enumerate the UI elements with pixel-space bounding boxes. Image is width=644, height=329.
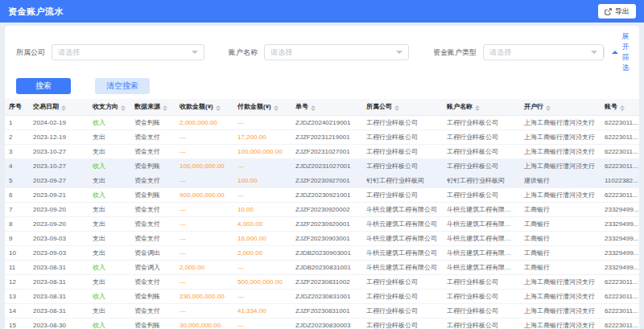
- cell-payment: 17,200.00: [233, 130, 291, 144]
- cell-index: 11: [5, 260, 29, 274]
- cell-bank: 上海工商银行漕河泾支行: [520, 303, 601, 318]
- company-select[interactable]: 请选择: [52, 44, 204, 60]
- cell-direction: 支出: [89, 216, 130, 231]
- cell-income: ---: [175, 274, 233, 289]
- column-label: 单号: [295, 103, 308, 110]
- cell-account_no: 23329499...: [601, 260, 639, 274]
- table-row: 82023-09-20支出资金支付---4,000.00ZJZF20230920…: [5, 216, 639, 231]
- top-bar: 资金账户流水 导出: [0, 0, 644, 23]
- cell-payment: 41,334.00: [233, 303, 291, 318]
- cell-account_name: 工程行业样板公司: [443, 318, 520, 329]
- column-header-bank[interactable]: 开户行: [520, 99, 601, 115]
- cell-bank: 上海工商银行漕河泾支行: [520, 318, 601, 329]
- expand-filters-link[interactable]: 展开筛选: [612, 31, 630, 73]
- sort-icon[interactable]: [546, 105, 551, 111]
- cell-order_no: ZJZF20231219001: [291, 130, 362, 144]
- sort-icon[interactable]: [274, 105, 279, 111]
- column-header-date[interactable]: 交易日期: [29, 99, 89, 115]
- sort-icon[interactable]: [311, 105, 316, 111]
- cell-payment: ---: [233, 260, 291, 274]
- table-wrap: 序号交易日期收支方向数据来源收款金额(¥)付款金额(¥)单号所属公司账户名称开户…: [5, 99, 639, 329]
- cell-payment: 100,000,000.00: [233, 144, 291, 158]
- sort-icon[interactable]: [163, 105, 167, 111]
- cell-bank: 工商银行: [520, 245, 601, 260]
- column-label: 所属公司: [366, 103, 392, 110]
- cell-source: 资金支付: [130, 202, 175, 216]
- sort-icon[interactable]: [394, 105, 399, 111]
- cell-index: 8: [5, 216, 29, 231]
- cell-date: 2023-09-27: [29, 173, 89, 187]
- cell-company: 斗栱云建筑工程有限公司: [362, 216, 443, 231]
- cell-account_name: 工程行业样板公司: [443, 130, 520, 144]
- account-type-select-placeholder: 请选择: [489, 47, 511, 58]
- sort-icon[interactable]: [475, 105, 480, 111]
- cell-account_no: 62223011...: [601, 289, 639, 303]
- cell-order_no: ZJZF20230927001: [291, 173, 362, 187]
- column-header-account_no[interactable]: 账号: [601, 99, 639, 115]
- account-type-select[interactable]: 请选择: [483, 44, 604, 60]
- cell-income: ---: [175, 130, 233, 144]
- cell-company: 工程行业样板公司: [362, 158, 443, 173]
- sort-icon[interactable]: [620, 105, 625, 111]
- cell-account_name: 工程行业样板公司: [443, 115, 520, 130]
- column-label: 收支方向: [93, 103, 118, 110]
- cell-bank: 上海工商银行漕河泾支行: [520, 289, 601, 303]
- table-row: 22023-12-19支出资金支付---17,200.00ZJZF2023121…: [5, 130, 639, 144]
- cell-company: 工程行业样板公司: [362, 274, 443, 289]
- table-row: 62023-09-21收入资金到账900,000,000.00---ZJDZ20…: [5, 187, 639, 202]
- cell-bank: 工商银行: [520, 231, 601, 245]
- cell-source: 资金支付: [130, 173, 175, 187]
- cell-index: 7: [5, 202, 29, 216]
- column-header-order_no[interactable]: 单号: [291, 99, 362, 115]
- table-row: 102023-09-03支出资金调出---2,000.00ZJDB2023090…: [5, 245, 639, 260]
- sort-icon[interactable]: [121, 105, 126, 111]
- column-header-direction[interactable]: 收支方向: [89, 99, 130, 115]
- table-row: 52023-09-27支出资金支付---100.00ZJZF2023092700…: [5, 173, 639, 187]
- account-name-filter-label: 账户名称: [229, 47, 258, 58]
- cell-source: 资金到账: [130, 115, 175, 130]
- table-row: 132023-08-31收入资金到账230,000,000.00---ZJDZ2…: [5, 289, 639, 303]
- cell-company: 斗栱云建筑工程有限公司: [362, 202, 443, 216]
- cell-company: 工程行业样板公司: [362, 318, 443, 329]
- chevron-up-icon: [612, 51, 618, 54]
- cell-company: 斗栱云建筑工程有限公司: [362, 245, 443, 260]
- table-row: 112023-08-31收入资金调入2,000.00---ZJDB2023083…: [5, 260, 639, 274]
- sort-icon[interactable]: [61, 105, 66, 111]
- cell-direction: 支出: [89, 231, 130, 245]
- column-header-income[interactable]: 收款金额(¥): [175, 99, 233, 115]
- column-header-source[interactable]: 数据来源: [130, 99, 175, 115]
- table-row: 72023-09-20支出资金支付---10.00ZJZF20230920002…: [5, 202, 639, 216]
- cell-direction: 收入: [89, 115, 130, 130]
- cell-index: 6: [5, 187, 29, 202]
- cell-date: 2023-12-19: [29, 130, 89, 144]
- cell-income: ---: [175, 173, 233, 187]
- cell-account_name: 工程行业样板公司: [443, 144, 520, 158]
- cell-payment: 500,000,000.00: [233, 274, 291, 289]
- cell-account_no: 23329499...: [601, 245, 639, 260]
- cell-date: 2024-02-19: [29, 115, 89, 130]
- column-label: 数据来源: [134, 103, 160, 110]
- column-header-index: 序号: [5, 99, 29, 115]
- cell-bank: 上海工商银行漕河泾支行: [520, 130, 601, 144]
- cell-income: 900,000,000.00: [175, 187, 233, 202]
- cell-direction: 支出: [89, 245, 130, 260]
- sort-icon[interactable]: [216, 105, 221, 111]
- cell-order_no: ZJZF20230920001: [291, 216, 362, 231]
- column-header-account_name[interactable]: 账户名称: [443, 99, 520, 115]
- cell-company: 工程行业样板公司: [362, 130, 443, 144]
- account-name-select[interactable]: 请选择: [264, 44, 409, 60]
- search-button[interactable]: 搜索: [16, 78, 71, 94]
- cell-payment: ---: [233, 289, 291, 303]
- column-header-payment[interactable]: 付款金额(¥): [233, 99, 291, 115]
- column-header-company[interactable]: 所属公司: [362, 99, 443, 115]
- export-button[interactable]: 导出: [598, 4, 636, 19]
- cell-bank: 上海工商银行漕河泾支行: [520, 144, 601, 158]
- cell-direction: 收入: [89, 260, 130, 274]
- cell-account_name: 斗栱云建筑工程有限公司: [443, 216, 520, 231]
- cell-order_no: ZJDB20230831001: [291, 260, 362, 274]
- cell-income: 100,000,000.00: [175, 158, 233, 173]
- cell-account_no: 62223011...: [601, 187, 639, 202]
- clear-search-button[interactable]: 清空搜索: [95, 78, 150, 94]
- cell-index: 13: [5, 289, 29, 303]
- cell-source: 资金到账: [130, 158, 175, 173]
